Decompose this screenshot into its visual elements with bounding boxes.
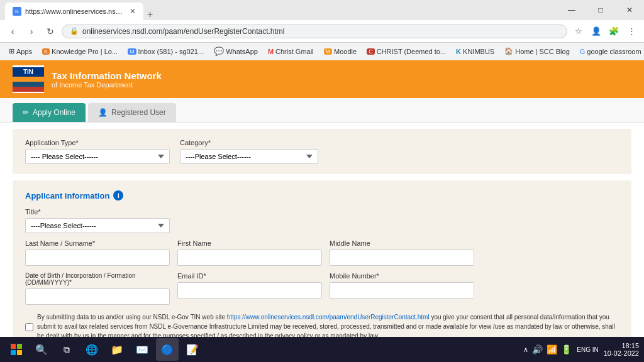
last-name-group: Last Name / Surname* [25, 239, 170, 266]
chevron-up-icon[interactable]: ∧ [523, 346, 528, 354]
bookmark-classroom[interactable]: G google classroom [576, 47, 644, 57]
taskbar-right: ∧ 🔊 📶 🔋 ENG IN 18:15 10-02-2022 [523, 342, 639, 357]
window-controls: — □ ✕ [557, 0, 644, 20]
close-button[interactable]: ✕ [615, 0, 644, 20]
speaker-icon[interactable]: 🔊 [532, 344, 543, 354]
svg-rect-0 [11, 344, 16, 349]
tab-registered-user[interactable]: 👤 Registered User [88, 103, 176, 122]
dob-input[interactable] [25, 288, 170, 305]
last-name-label: Last Name / Surname* [25, 239, 170, 247]
title-label: Title* [25, 208, 170, 216]
url-text: onlineservices.nsdl.com/paam/endUserRegi… [82, 27, 559, 36]
christ-icon: C [367, 48, 375, 55]
bookmark-knimbus[interactable]: K KNIMBUS [452, 47, 498, 57]
registered-user-icon: 👤 [98, 108, 108, 117]
email-group: Email ID* [177, 272, 322, 305]
first-name-group: First Name [177, 239, 322, 266]
edge-icon: 🌐 [86, 344, 98, 356]
system-tray: ∧ 🔊 📶 🔋 [523, 344, 572, 354]
tab-registered-user-label: Registered User [111, 108, 166, 117]
chrome-icon: 🔵 [161, 344, 174, 356]
word-icon: 📝 [186, 344, 199, 356]
first-name-label: First Name [177, 239, 322, 247]
time-display: 18:15 [604, 342, 639, 349]
url-bar[interactable]: 🔒 onlineservices.nsdl.com/paam/endUserRe… [62, 25, 567, 38]
bookmark-moodle[interactable]: M Moodle [320, 47, 361, 57]
bookmark-star[interactable]: ☆ [571, 24, 586, 39]
chrome-taskbar-btn[interactable]: 🔵 [156, 338, 179, 361]
svg-rect-2 [11, 350, 16, 355]
site-logo: TIN [13, 65, 44, 93]
profile-icon[interactable]: 👤 [589, 24, 604, 39]
last-name-input[interactable] [25, 250, 170, 266]
bookmark-christ-label: CHRIST (Deemed to... [377, 48, 446, 55]
bookmark-christ[interactable]: C CHRIST (Deemed to... [363, 47, 450, 57]
info-icon: i [113, 190, 123, 200]
bookmark-classroom-label: google classroom [587, 48, 641, 55]
taskbar-left: 🔍 ⧉ 🌐 📁 ✉️ 🔵 📝 [5, 338, 204, 361]
bookmark-knowledge[interactable]: K Knowledge Pro | Lo... [38, 47, 121, 57]
tab-apply-online[interactable]: ✏ Apply Online [13, 103, 86, 122]
bookmark-whatsapp[interactable]: 💬 WhatsApp [210, 45, 262, 57]
mobile-input[interactable] [330, 282, 474, 299]
consent-link[interactable]: https://www.onlineservices.nsdl.com/paam… [227, 314, 430, 321]
search-icon: 🔍 [35, 344, 48, 356]
first-name-input[interactable] [177, 250, 322, 266]
browser-actions: ☆ 👤 🧩 ⋮ [571, 24, 639, 39]
application-type-select[interactable]: ---- Please Select------ [25, 149, 170, 164]
mail-taskbar-btn[interactable]: ✉️ [131, 338, 153, 361]
bookmark-inbox[interactable]: M Inbox (581) - sg021... [124, 47, 208, 57]
menu-icon[interactable]: ⋮ [624, 24, 639, 39]
middle-name-label: Middle Name [330, 239, 474, 247]
application-type-label: Application Type* [25, 139, 170, 146]
mail-icon: ✉️ [136, 344, 148, 356]
moodle-icon: M [324, 48, 333, 55]
network-icon[interactable]: 📶 [547, 344, 557, 354]
lock-icon: 🔒 [70, 27, 79, 35]
title-select[interactable]: ----Please Select------ [25, 218, 170, 233]
page-content: TIN Tax Information Network of Income Ta… [0, 60, 644, 337]
tab-apply-online-label: Apply Online [33, 108, 75, 117]
back-button[interactable]: ‹ [5, 24, 20, 39]
minimize-button[interactable]: — [557, 0, 586, 20]
start-button[interactable] [5, 338, 28, 361]
scc-icon: 🏠 [504, 47, 513, 55]
middle-name-group: Middle Name [330, 239, 474, 266]
knowledge-icon: K [42, 48, 50, 55]
svg-rect-1 [17, 344, 22, 349]
middle-name-input[interactable] [330, 250, 474, 266]
header-subtitle: of Income Tax Department [52, 81, 162, 89]
contact-row: Date of Birth / Incorporation / Formatio… [25, 272, 619, 305]
maximize-button[interactable]: □ [586, 0, 615, 20]
task-view-button[interactable]: ⧉ [55, 338, 78, 361]
task-view-icon: ⧉ [64, 344, 70, 355]
extensions-icon[interactable]: 🧩 [606, 24, 621, 39]
search-button[interactable]: 🔍 [30, 338, 53, 361]
forward-button[interactable]: › [24, 24, 39, 39]
bookmark-scc[interactable]: 🏠 Home | SCC Blog [501, 46, 574, 57]
header-title: Tax Information Network [52, 70, 162, 81]
bookmark-apps[interactable]: ⊞ Apps [5, 46, 36, 57]
clock[interactable]: 18:15 10-02-2022 [604, 342, 639, 357]
bookmark-gmail-label: Christ Gmail [275, 48, 314, 55]
battery-icon[interactable]: 🔋 [561, 344, 572, 354]
consent-checkbox[interactable] [25, 314, 33, 337]
active-tab[interactable]: N https://www.onlineservices.nsdl.com ✕ [5, 3, 143, 20]
bookmark-moodle-label: Moodle [334, 48, 357, 55]
reload-button[interactable]: ↻ [43, 24, 58, 39]
category-select[interactable]: ----Please Select------ [180, 149, 318, 164]
bookmarks-bar: ⊞ Apps K Knowledge Pro | Lo... M Inbox (… [0, 43, 644, 60]
new-tab-button[interactable]: + [143, 9, 157, 20]
classroom-icon: G [580, 48, 586, 55]
bookmark-apps-label: Apps [16, 48, 32, 55]
file-explorer-btn[interactable]: 📁 [106, 338, 128, 361]
whatsapp-icon: 💬 [214, 47, 224, 56]
email-input[interactable] [177, 282, 322, 299]
bookmark-gmail[interactable]: M Christ Gmail [264, 47, 318, 57]
date-display: 10-02-2022 [604, 349, 639, 357]
word-taskbar-btn[interactable]: 📝 [181, 338, 204, 361]
address-bar: ‹ › ↻ 🔒 onlineservices.nsdl.com/paam/end… [0, 20, 644, 43]
edge-taskbar-btn[interactable]: 🌐 [80, 338, 103, 361]
header-text: Tax Information Network of Income Tax De… [52, 70, 162, 89]
tab-close-btn[interactable]: ✕ [130, 7, 136, 16]
